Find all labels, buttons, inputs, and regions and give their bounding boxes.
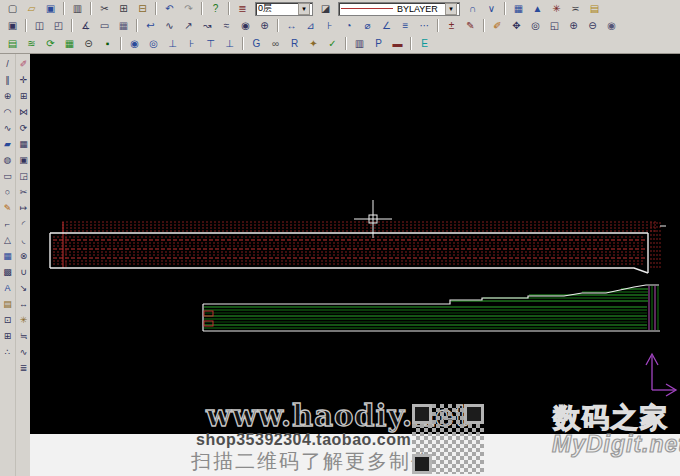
trim-tool[interactable]: ✂ [16,184,31,200]
render-button[interactable]: ▦ [114,17,133,34]
construction-line-tool[interactable]: ∥ [0,72,15,88]
zoom-realtime-button[interactable]: ◎ [526,17,545,34]
boundary-tool[interactable]: ▩ [0,264,15,280]
dim-angular-button[interactable]: ∠ [377,17,396,34]
wblock-tool[interactable]: ⊞ [0,328,15,344]
chamfer-tool[interactable]: ◟ [16,232,31,248]
osnap-perpendicular-button[interactable]: ⊥ [163,35,182,52]
pan-realtime-button[interactable]: ✥ [507,17,526,34]
layer-previous-button[interactable]: ∨ [482,0,501,17]
scale-tool[interactable]: ◲ [16,168,31,184]
linetype-combo[interactable]: BYLAYER ▾ [338,2,460,16]
dim-radius-button[interactable]: ◔ [339,17,358,34]
image-button[interactable]: ▤ [585,0,604,17]
erase-tool[interactable]: ✐ [16,56,31,72]
match-properties-button[interactable]: ✐ [488,17,507,34]
dbconnect-button[interactable]: ∞ [266,35,285,52]
rotate-tool[interactable]: ⟳ [16,120,31,136]
circle-node-button[interactable]: ◎ [144,35,163,52]
zoom-previous-button[interactable]: ◉ [602,17,621,34]
group-manager-button[interactable]: G [247,35,266,52]
redo-button[interactable]: ↷ [179,0,198,17]
donut-button[interactable]: ◉ [125,35,144,52]
osnap-midpoint-button[interactable]: ⊦ [182,35,201,52]
point-tool[interactable]: ∴ [0,344,15,360]
zoom-in-button[interactable]: ⊕ [564,17,583,34]
dimension-style-button[interactable]: ▦ [509,0,528,17]
new-file-button[interactable]: ▢ [3,0,22,17]
layer-off-button[interactable]: ⊝ [79,35,98,52]
extend-tool[interactable]: ↦ [16,200,31,216]
layer-freeze-button[interactable]: ▪ [98,35,117,52]
dim-diameter-button[interactable]: ⌀ [358,17,377,34]
point-circle-tool[interactable]: ⊕ [0,88,15,104]
undo-button[interactable]: ↶ [160,0,179,17]
layer-walk-button[interactable]: ▤ [3,35,22,52]
array-tool[interactable]: ▦ [16,136,31,152]
spline-leader-button[interactable]: ∿ [160,17,179,34]
polygon-tool[interactable]: △ [0,232,15,248]
dim-baseline-button[interactable]: ≡ [396,17,415,34]
chevron-down-icon[interactable]: ▾ [298,3,310,15]
properties-tool[interactable]: ≣ [16,360,31,376]
drawing-canvas[interactable] [30,54,680,434]
insert-block-tool[interactable]: ⊡ [0,312,15,328]
explode-tool[interactable]: ✳ [16,312,31,328]
undo-view-button[interactable]: ↩ [141,17,160,34]
reference-edit-button[interactable]: R [285,35,304,52]
etransmit-button[interactable]: E [415,35,434,52]
paste-button[interactable]: ⊟ [133,0,152,17]
inquiry-distance-button[interactable]: ∡ [76,17,95,34]
line-tool[interactable]: / [0,56,15,72]
osnap-endpoint-button[interactable]: ⊤ [201,35,220,52]
units-button[interactable]: ≍ [566,0,585,17]
markup-button[interactable]: ✓ [323,35,342,52]
cut-button[interactable]: ✂ [95,0,114,17]
help-button[interactable]: ? [206,0,225,17]
ellipse-tool[interactable]: ◍ [0,152,15,168]
rectangle-tool[interactable]: ▭ [0,168,15,184]
spline-tool[interactable]: ∿ [0,120,15,136]
layer-translate-button[interactable]: ⟳ [41,35,60,52]
explode-attributes-button[interactable]: ✳ [547,0,566,17]
arrow-leader-button[interactable]: ↝ [198,17,217,34]
dim-aligned-button[interactable]: ⊿ [301,17,320,34]
sketch-tool[interactable]: ✎ [0,200,15,216]
inquiry-area-button[interactable]: ▭ [95,17,114,34]
print-button[interactable]: ▥ [68,0,87,17]
zoom-window-button[interactable]: ◱ [545,17,564,34]
pedit-tool[interactable]: ∿ [16,344,31,360]
dim-linear-button[interactable]: ↔ [282,17,301,34]
plot-preview-button[interactable]: ▬ [388,35,407,52]
align-tool[interactable]: ≒ [16,328,31,344]
polyline-tool[interactable]: ⌐ [0,216,15,232]
lengthen-tool[interactable]: ↔ [16,296,31,312]
join-tool[interactable]: ∪ [16,264,31,280]
2d-solid-tool[interactable]: ▰ [0,136,15,152]
open-file-button[interactable]: ▱ [22,0,41,17]
move-tool[interactable]: ✛ [16,72,31,88]
quick-leader-button[interactable]: ↗ [179,17,198,34]
customize-toolbars-button[interactable]: ✦ [304,35,323,52]
mirror-tool[interactable]: ⋈ [16,104,31,120]
quick-dim-button[interactable]: ± [442,17,461,34]
osnap-intersection-button[interactable]: ⊥ [220,35,239,52]
copy-button[interactable]: ⊞ [114,0,133,17]
zoom-extents-button[interactable]: ▣ [3,17,22,34]
layer-isolate-button[interactable]: ▦ [60,35,79,52]
center-mark-button[interactable]: ⊕ [255,17,274,34]
stretch-tool[interactable]: ↘ [16,280,31,296]
layer-match-button[interactable]: ≋ [22,35,41,52]
dim-continue-button[interactable]: ⋯ [415,17,434,34]
fillet-tool[interactable]: ◜ [16,216,31,232]
revision-cloud-button[interactable]: ≈ [217,17,236,34]
3d-orbit-button[interactable]: ◰ [49,17,68,34]
page-setup-button[interactable]: P [369,35,388,52]
save-button[interactable]: ▣ [41,0,60,17]
text-style-button[interactable]: ▲ [528,0,547,17]
text-tool[interactable]: A [0,280,15,296]
layer-manager-button[interactable]: ≣ [233,0,252,17]
layout-button[interactable]: ▥ [350,35,369,52]
arc-tool[interactable]: ◠ [0,104,15,120]
make-layer-current-button[interactable]: ∩ [463,0,482,17]
